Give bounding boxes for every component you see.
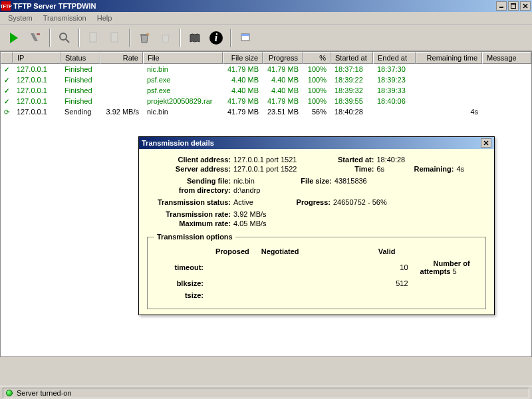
cell-message <box>482 100 531 102</box>
col-ended[interactable]: Ended at <box>373 52 416 64</box>
cell-file: psf.exe <box>143 86 223 95</box>
check-icon: ✓ <box>4 66 9 73</box>
col-remaining[interactable]: Remaining time <box>416 52 482 64</box>
col-progress[interactable]: Progress <box>263 52 303 64</box>
col-started[interactable]: Started at <box>331 52 373 64</box>
cell-started: 18:39:32 <box>331 86 373 95</box>
value-started-at: 18:40:28 <box>376 156 405 164</box>
value-time: 6s <box>376 165 403 173</box>
stop-button[interactable] <box>25 28 45 48</box>
col-status[interactable]: Status <box>61 52 100 64</box>
col-valid: Valid <box>360 246 414 257</box>
cell-rate <box>100 100 143 102</box>
book-button[interactable] <box>185 28 205 48</box>
status-led-icon <box>6 390 13 396</box>
label-from-directory: from directory: <box>147 186 233 194</box>
cell-ip: 127.0.0.1 <box>13 96 61 106</box>
col-percent[interactable]: % <box>303 52 331 64</box>
cell-filesize: 4.40 MB <box>223 75 263 84</box>
details-title: Transmission details <box>142 139 481 147</box>
close-button[interactable] <box>520 1 531 11</box>
value-sending-file: nic.bin <box>233 177 255 185</box>
value-transmission-rate: 3.92 MB/s <box>233 210 267 218</box>
svg-rect-16 <box>241 34 249 36</box>
table-row[interactable]: ✓127.0.0.1Finishedprojekt20050829.rar41.… <box>1 96 531 106</box>
cell-file: nic.bin <box>143 107 223 116</box>
cell-remaining: 4s <box>416 107 482 116</box>
table-row[interactable]: ✓127.0.0.1Finishedpsf.exe4.40 MB4.40 MB1… <box>1 74 531 85</box>
search-button[interactable] <box>55 28 74 48</box>
menu-help[interactable]: Help <box>92 13 118 23</box>
menu-transmission[interactable]: Transmission <box>38 13 92 23</box>
col-ip[interactable]: IP <box>13 52 61 64</box>
cell-ended: 18:39:23 <box>373 75 416 84</box>
value-server-address: 127.0.0.1 port 1522 <box>233 165 297 173</box>
maximize-button[interactable] <box>508 1 519 11</box>
cell-ip: 127.0.0.1 <box>13 75 61 84</box>
cell-ip: 127.0.0.1 <box>13 65 61 74</box>
table-row[interactable]: ⟳127.0.0.1Sending3.92 MB/snic.bin41.79 M… <box>1 106 531 117</box>
menu-system[interactable]: System <box>3 13 38 23</box>
table-row[interactable]: ✓127.0.0.1Finishednic.bin41.79 MB41.79 M… <box>1 64 531 74</box>
col-rate[interactable]: Rate <box>100 52 143 64</box>
col-file[interactable]: File <box>143 52 223 64</box>
cell-filesize: 41.79 MB <box>223 96 263 106</box>
status-text: Server turned-on <box>17 389 72 397</box>
table-row[interactable]: ✓127.0.0.1Finishedpsf.exe4.40 MB4.40 MB1… <box>1 85 531 96</box>
value-transmission-status: Active <box>233 198 253 206</box>
value-progress: 24650752 - 56% <box>333 198 387 206</box>
cell-remaining <box>416 90 482 91</box>
window-button[interactable] <box>235 28 255 48</box>
cell-percent: 56% <box>303 107 331 116</box>
label-num-attempts: Number of attempts <box>420 259 470 275</box>
label-started-at: Started at: <box>323 156 376 164</box>
cell-rate <box>100 79 143 80</box>
cell-started: 18:39:22 <box>331 75 373 84</box>
cell-filesize: 41.79 MB <box>223 65 263 74</box>
svg-text:i: i <box>215 32 218 43</box>
transmission-options-group: Transmission options Proposed Negotiated… <box>147 233 486 309</box>
details-close-button[interactable] <box>481 138 491 148</box>
cell-filesize: 4.40 MB <box>223 86 263 95</box>
toolbar: i <box>0 25 532 51</box>
cell-filesize: 41.79 MB <box>223 107 263 116</box>
label-transmission-rate: Transmission rate: <box>147 210 233 218</box>
cell-status: Finished <box>61 65 100 74</box>
cell-message <box>482 68 531 70</box>
start-button[interactable] <box>4 28 24 48</box>
check-icon: ✓ <box>4 87 9 94</box>
value-num-attempts: 5 <box>452 267 456 275</box>
details-titlebar[interactable]: Transmission details <box>139 137 494 149</box>
value-client-address: 127.0.0.1 port 1521 <box>233 156 297 164</box>
check-icon: ✓ <box>4 98 9 105</box>
value-file-size: 43815836 <box>334 177 367 185</box>
value-blksize-valid: 512 <box>360 278 414 289</box>
cell-message <box>482 90 531 91</box>
label-remaining: Remaining: <box>403 165 456 173</box>
cell-file: nic.bin <box>143 65 223 74</box>
statusbar: Server turned-on <box>0 386 532 399</box>
col-filesize[interactable]: File size <box>223 52 263 64</box>
cell-started: 18:37:18 <box>331 65 373 74</box>
check-icon: ✓ <box>4 76 9 84</box>
trash-button[interactable] <box>134 28 154 48</box>
info-button[interactable]: i <box>206 28 226 48</box>
label-sending-file: Sending file: <box>147 177 233 185</box>
label-blksize: blksize: <box>156 278 209 289</box>
cell-status: Finished <box>61 96 100 106</box>
label-maximum-rate: Maximum rate: <box>147 219 233 227</box>
doc2-button <box>105 28 125 48</box>
svg-rect-7 <box>37 33 40 35</box>
cell-ended: 18:40:06 <box>373 96 416 106</box>
value-timeout-valid: 10 <box>360 258 414 277</box>
svg-rect-11 <box>111 33 118 42</box>
cell-file: psf.exe <box>143 75 223 84</box>
col-icon[interactable] <box>1 52 13 64</box>
cell-ended: 18:39:33 <box>373 86 416 95</box>
transmission-details-panel: Transmission details Client address:127.… <box>138 136 495 315</box>
col-message[interactable]: Message <box>482 52 531 64</box>
svg-line-9 <box>66 39 69 43</box>
minimize-button[interactable] <box>496 1 507 11</box>
label-progress: Progress: <box>280 198 333 206</box>
label-tsize: tsize: <box>156 290 209 301</box>
